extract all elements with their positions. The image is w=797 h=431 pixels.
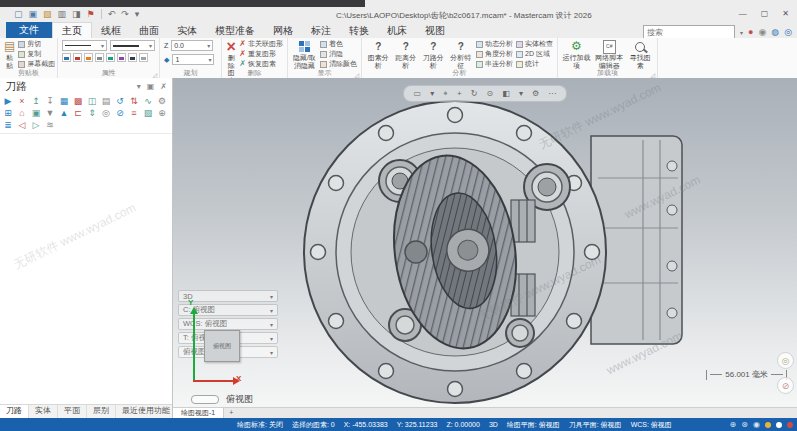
analyze-distance-button[interactable]: ? 距离分析 (394, 40, 419, 69)
toolpath-tool-icon[interactable]: ⊘ (115, 108, 125, 118)
toolpath-tool-icon[interactable]: ▲ (59, 108, 69, 118)
redo-icon[interactable]: ↷ (121, 10, 129, 19)
solid-color-button[interactable] (84, 53, 93, 62)
status-draw-standard[interactable]: 绘图标准: 关闭 (237, 420, 283, 430)
status-cplane[interactable]: 绘图平面: 俯视图 (507, 420, 560, 430)
panel-close-icon[interactable]: ✗ (160, 82, 167, 91)
undo-icon[interactable]: ↶ (108, 10, 116, 19)
tab-machine[interactable]: 机床 (378, 23, 416, 38)
status-warning-dot[interactable] (765, 422, 771, 428)
toolpath-tool-icon[interactable]: ⚙ (157, 96, 167, 106)
tab-home[interactable]: 主页 (52, 22, 92, 38)
addins-dialog-launcher-icon[interactable]: ◿ (650, 71, 655, 78)
toolpath-tool-icon[interactable]: ▶ (3, 96, 13, 106)
panel-menu-icon[interactable]: ▾ (137, 82, 141, 91)
settings-icon[interactable]: ⚙ (532, 89, 539, 98)
attr-set-button[interactable] (128, 53, 137, 62)
undelete-button[interactable]: ✗ 恢复图素 (239, 60, 283, 68)
toolpath-tool-icon[interactable]: ≣ (3, 120, 13, 130)
toolpath-tool-icon[interactable]: ⇅ (129, 96, 139, 106)
status-neutral-dot[interactable] (776, 422, 782, 428)
flag-icon[interactable]: ⚑ (87, 10, 95, 19)
status-refresh-icon[interactable]: ⊛ (741, 420, 748, 429)
status-alert-dot[interactable] (787, 422, 793, 428)
feedback-icon[interactable]: ◉ (758, 28, 766, 37)
toolpath-tool-icon[interactable]: ↥ (31, 96, 41, 106)
tab-wireframe[interactable]: 线框 (92, 23, 130, 38)
tab-model-prep[interactable]: 模型准备 (206, 23, 264, 38)
paste-button[interactable]: ▤ 粘贴 (4, 40, 15, 69)
gnomon-target-icon[interactable]: ⌖ (443, 89, 448, 99)
select-mode-icon[interactable]: ▭ (414, 89, 422, 98)
hide-unhide-button[interactable]: 隐藏/取消隐藏 (292, 40, 317, 69)
status-tplane[interactable]: 刀具平面: 俯视图 (569, 420, 622, 430)
maximize-button[interactable]: ▢ (761, 9, 769, 18)
help-icon[interactable]: ◎ (784, 28, 792, 37)
analyze-entity-button[interactable]: ? 图素分析 (366, 40, 391, 69)
status-3d-toggle[interactable]: 3D (489, 421, 498, 428)
run-addin-button[interactable]: ⚙ 运行加载项 (562, 40, 591, 69)
axis-gnomon[interactable]: Y X 俯视图 (188, 300, 244, 394)
clear-colors-button[interactable]: 清除颜色 (320, 60, 357, 68)
copy-button[interactable]: 复制 (18, 50, 55, 58)
toolpath-tool-icon[interactable]: ⊕ (157, 108, 167, 118)
account-icon[interactable]: ● (748, 28, 753, 37)
more-tools-icon[interactable]: ⋯ (548, 89, 556, 98)
new-file-icon[interactable]: ▢ (14, 10, 23, 19)
qat-customize-icon[interactable]: ▾ (135, 10, 140, 19)
panel-pin-icon[interactable]: ▣ (147, 82, 155, 91)
viewsheet-tab[interactable]: 绘图视图-1 (173, 408, 224, 418)
toolpath-tool-icon[interactable]: × (17, 96, 27, 106)
shade-caret-icon[interactable]: ▾ (519, 89, 523, 98)
screenshot-icon[interactable]: ◨ (72, 10, 81, 19)
point-style-button[interactable] (62, 53, 71, 62)
close-button[interactable]: ✕ (782, 9, 789, 18)
analyze-angle-button[interactable]: 角度分析 (476, 50, 513, 58)
graphics-viewport[interactable]: 无研软件 www.wyad.com www.wyad.com 无研软件 www.… (173, 78, 797, 408)
status-units-icon[interactable]: ⊕ (730, 420, 737, 429)
mesh-color-button[interactable] (106, 53, 115, 62)
toolpath-tool-icon[interactable]: ⊞ (3, 108, 13, 118)
wire-color-button[interactable] (73, 53, 82, 62)
panel-tab-solids[interactable]: 实体 (29, 405, 58, 418)
toolpath-tool-icon[interactable]: ◎ (101, 108, 111, 118)
surface-color-button[interactable] (95, 53, 104, 62)
view-capsule-icon[interactable] (191, 395, 219, 404)
material-button[interactable] (117, 53, 126, 62)
toolpath-tool-icon[interactable]: ⇕ (87, 108, 97, 118)
open-file-icon[interactable]: ▧ (43, 10, 52, 19)
toolpath-tool-icon[interactable]: ◫ (87, 96, 97, 106)
search-caret-icon[interactable]: ▾ (740, 29, 743, 36)
toolpath-tool-icon[interactable]: ▧ (143, 108, 153, 118)
add-viewsheet-button[interactable]: + (224, 408, 238, 418)
minimize-button[interactable]: — (739, 9, 747, 18)
snap-icon[interactable]: ⊙ (486, 89, 493, 98)
level-select[interactable]: 1 ▾ (172, 54, 214, 65)
toolpath-tool-icon[interactable]: ▷ (31, 120, 41, 130)
toolpath-tool-icon[interactable]: ↧ (45, 96, 55, 106)
toolpath-tool-icon[interactable]: ◁ (17, 120, 27, 130)
print-icon[interactable]: ▥ (58, 10, 67, 19)
statistics-button[interactable]: 统计 (516, 60, 553, 68)
analyze-dynamic-button[interactable]: 动态分析 (476, 40, 513, 48)
community-icon[interactable]: ◍ (771, 28, 779, 37)
toolpath-tool-icon[interactable]: ⊏ (73, 108, 83, 118)
find-entity-button[interactable]: 寻找图素 (628, 40, 653, 69)
select-caret-icon[interactable]: ▾ (430, 89, 434, 98)
panel-tab-planes[interactable]: 平面 (58, 405, 87, 418)
rotate-view-icon[interactable]: ↻ (471, 89, 478, 98)
tab-file[interactable]: 文件 (6, 22, 52, 38)
toolpath-tool-icon[interactable]: ▦ (59, 96, 69, 106)
attributes-dialog-launcher-icon[interactable]: ◿ (152, 71, 157, 78)
display-dialog-launcher-icon[interactable]: ◿ (354, 71, 359, 78)
shading-button[interactable]: 着色 (320, 40, 357, 48)
toolpath-tool-icon[interactable]: ▣ (31, 108, 41, 118)
toolpath-tool-icon[interactable]: ▤ (101, 96, 111, 106)
analyze-toolpath-button[interactable]: ? 刀路分析 (421, 40, 446, 69)
delete-nonassociated-button[interactable]: ✗ 非关联图形 (239, 40, 283, 48)
analyze-chain-button[interactable]: 串连分析 (476, 60, 513, 68)
toolpath-tool-icon[interactable]: ≡ (129, 108, 139, 118)
area-2d-button[interactable]: 2D 区域 (516, 50, 553, 58)
tab-solids[interactable]: 实体 (168, 23, 206, 38)
screen-capture-button[interactable]: 屏幕截图 (18, 60, 55, 68)
